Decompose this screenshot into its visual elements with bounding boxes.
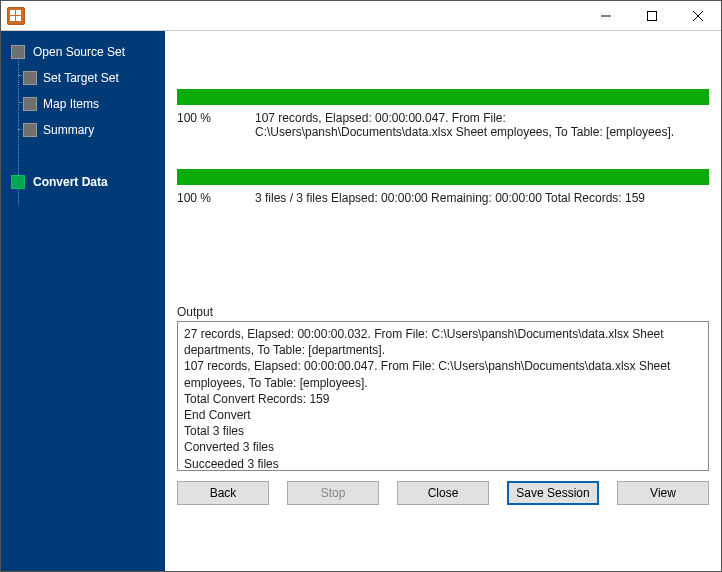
file-progress-detail: 107 records, Elapsed: 00:00:00.047. From…: [255, 111, 709, 139]
file-progress-text: 100 % 107 records, Elapsed: 00:00:00.047…: [177, 105, 709, 139]
file-progress-line2: C:\Users\pansh\Documents\data.xlsx Sheet…: [255, 125, 709, 139]
step-open-source-set[interactable]: Open Source Set: [1, 39, 165, 65]
overall-progress-text: 100 % 3 files / 3 files Elapsed: 00:00:0…: [177, 185, 709, 205]
step-label: Set Target Set: [43, 71, 119, 85]
overall-progress-detail: 3 files / 3 files Elapsed: 00:00:00 Rema…: [255, 191, 709, 205]
log-line: 27 records, Elapsed: 00:00:00.032. From …: [184, 326, 702, 358]
step-map-items[interactable]: Map Items: [1, 91, 165, 117]
log-line: Succeeded 3 files: [184, 456, 702, 472]
step-label: Map Items: [43, 97, 99, 111]
overall-progress-percent: 100 %: [177, 191, 255, 205]
overall-progress-section: 100 % 3 files / 3 files Elapsed: 00:00:0…: [177, 169, 709, 205]
file-progress-percent: 100 %: [177, 111, 255, 139]
step-label: Open Source Set: [33, 45, 125, 59]
save-session-button[interactable]: Save Session: [507, 481, 599, 505]
button-row: Back Stop Close Save Session View: [177, 471, 709, 505]
step-set-target-set[interactable]: Set Target Set: [1, 65, 165, 91]
stop-button: Stop: [287, 481, 379, 505]
log-line: Total Convert Records: 159: [184, 391, 702, 407]
view-button[interactable]: View: [617, 481, 709, 505]
log-line: Converted 3 files: [184, 439, 702, 455]
minimize-button[interactable]: [583, 1, 629, 31]
window-controls: [583, 1, 721, 31]
step-label: Summary: [43, 123, 94, 137]
step-convert-data[interactable]: Convert Data: [1, 169, 165, 195]
step-box-icon: [23, 71, 37, 85]
wizard-sidebar: Open Source Set Set Target Set Map Items…: [1, 31, 165, 571]
step-box-icon: [23, 97, 37, 111]
titlebar: [1, 1, 721, 31]
spacer: [1, 143, 165, 169]
maximize-icon: [647, 11, 657, 21]
step-label: Convert Data: [33, 175, 108, 189]
close-button[interactable]: [675, 1, 721, 31]
log-line: End Convert: [184, 407, 702, 423]
maximize-button[interactable]: [629, 1, 675, 31]
svg-rect-1: [648, 11, 657, 20]
log-line: Total 3 files: [184, 423, 702, 439]
back-button[interactable]: Back: [177, 481, 269, 505]
file-progress-line1: 107 records, Elapsed: 00:00:00.047. From…: [255, 111, 709, 125]
close-button-action[interactable]: Close: [397, 481, 489, 505]
log-line: 107 records, Elapsed: 00:00:00.047. From…: [184, 358, 702, 390]
app-icon: [7, 7, 25, 25]
step-summary[interactable]: Summary: [1, 117, 165, 143]
step-box-icon: [11, 45, 25, 59]
output-label: Output: [177, 305, 709, 319]
step-box-icon: [11, 175, 25, 189]
file-progress-section: 100 % 107 records, Elapsed: 00:00:00.047…: [177, 89, 709, 139]
file-progress-bar: [177, 89, 709, 105]
content-pane: 100 % 107 records, Elapsed: 00:00:00.047…: [165, 31, 721, 571]
main-area: Open Source Set Set Target Set Map Items…: [1, 31, 721, 571]
close-icon: [693, 11, 703, 21]
overall-progress-bar: [177, 169, 709, 185]
step-box-icon: [23, 123, 37, 137]
output-log[interactable]: 27 records, Elapsed: 00:00:00.032. From …: [177, 321, 709, 471]
minimize-icon: [601, 11, 611, 21]
